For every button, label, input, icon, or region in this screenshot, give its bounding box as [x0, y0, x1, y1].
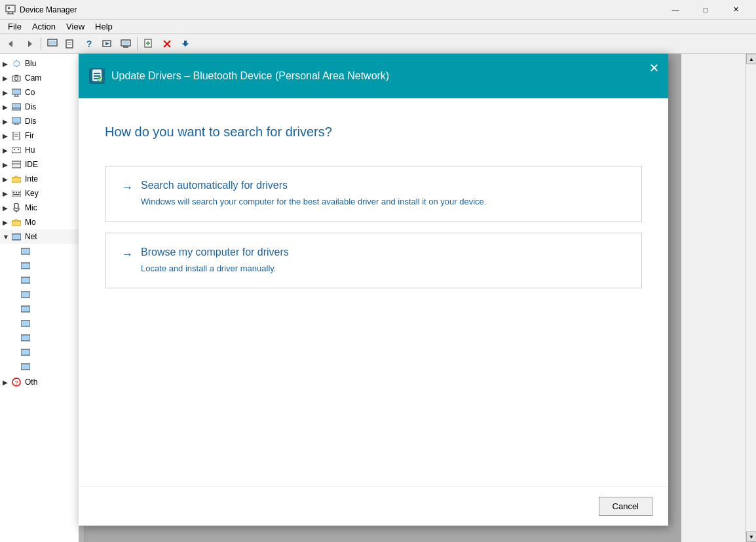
tree-item-hid[interactable]: ▶ Hu: [0, 143, 85, 157]
run-button[interactable]: [99, 36, 116, 52]
svg-rect-15: [123, 41, 129, 45]
minimize-button[interactable]: —: [660, 0, 690, 20]
expand-arrow: ▶: [3, 104, 10, 111]
computer-icon: [10, 87, 22, 98]
svg-rect-50: [13, 194, 20, 195]
maximize-button[interactable]: □: [690, 0, 721, 20]
tree-item-mic[interactable]: ▶ Mic: [0, 201, 85, 215]
tree-item-net-child-6[interactable]: [0, 316, 85, 330]
tree-item-net-child-1[interactable]: [0, 244, 85, 258]
dialog-close-button[interactable]: ✕: [645, 59, 663, 77]
item-label: Mic: [25, 203, 37, 212]
tree-item-other[interactable]: ▶ ? Oth: [0, 375, 85, 389]
main-area: ▶ ⬡ Blu ▶ Cam ▶ Co ▶ Dis ▶: [0, 54, 756, 542]
svg-rect-58: [21, 277, 30, 283]
toolbar: ?: [0, 34, 756, 54]
network-adapter-icon: [20, 361, 31, 372]
svg-marker-6: [28, 41, 32, 47]
expand-arrow: ▶: [3, 60, 10, 68]
svg-rect-43: [18, 149, 19, 150]
properties-button[interactable]: [44, 36, 61, 52]
properties2-button[interactable]: [62, 36, 79, 52]
tree-item-ide[interactable]: ▶ IDE: [0, 157, 85, 172]
bluetooth-icon: ⬡: [10, 58, 22, 69]
menu-view[interactable]: View: [61, 20, 90, 33]
svg-rect-70: [94, 78, 98, 79]
tree-item-net-child-7[interactable]: [0, 330, 85, 345]
tree-item-net-child-8[interactable]: [0, 345, 85, 359]
item-label: Dis: [25, 102, 36, 111]
option-title-1: Search automatically for drivers: [141, 180, 486, 191]
option-content-1: Search automatically for drivers Windows…: [141, 180, 486, 208]
update-drivers-dialog: Update Drivers – Bluetooth Device (Perso…: [79, 54, 668, 526]
help-button[interactable]: ?: [81, 36, 98, 52]
dialog-header: Update Drivers – Bluetooth Device (Perso…: [79, 54, 668, 98]
network-adapter-icon: [20, 347, 31, 357]
search-auto-option[interactable]: → Search automatically for drivers Windo…: [105, 166, 642, 222]
keyboard-icon: [10, 188, 22, 199]
svg-rect-28: [12, 89, 21, 94]
tree-item-net-child-4[interactable]: [0, 287, 85, 301]
svg-rect-63: [21, 349, 30, 355]
dialog-body: How do you want to search for drivers? →…: [79, 98, 668, 312]
tree-item-modems[interactable]: ▶ Mo: [0, 215, 85, 229]
item-label: Key: [25, 189, 39, 198]
svg-rect-8: [49, 41, 56, 45]
title-bar: Device Manager — □ ✕: [0, 0, 756, 20]
mic-icon: [10, 203, 22, 213]
svg-rect-27: [14, 75, 18, 76]
dialog-overlay: Update Drivers – Bluetooth Device (Perso…: [79, 54, 681, 542]
remove-device-button[interactable]: [159, 36, 176, 52]
tree-item-net-child-5[interactable]: [0, 301, 85, 316]
tree-item-intel[interactable]: ▶ Inte: [0, 172, 85, 186]
monitor-button[interactable]: [117, 36, 134, 52]
expand-arrow: ▶: [3, 132, 10, 140]
tree-item-bluetooth[interactable]: ▶ ⬡ Blu: [0, 56, 85, 71]
tree-item-camera[interactable]: ▶ Cam: [0, 71, 85, 85]
expand-arrow: ▶: [3, 147, 10, 154]
svg-marker-5: [9, 41, 12, 47]
cancel-button[interactable]: Cancel: [599, 497, 652, 516]
dialog-title: Update Drivers – Bluetooth Device (Perso…: [111, 70, 389, 82]
back-button[interactable]: [3, 36, 20, 52]
menu-file[interactable]: File: [3, 20, 27, 33]
hid-icon: [10, 145, 22, 155]
network-adapter-icon: [20, 260, 31, 271]
expand-arrow: ▶: [3, 219, 10, 226]
svg-rect-49: [18, 192, 20, 193]
scroll-up-button[interactable]: ▲: [746, 54, 756, 64]
close-button[interactable]: ✕: [721, 0, 751, 20]
tree-item-net-child-2[interactable]: [0, 258, 85, 273]
svg-rect-0: [6, 5, 15, 12]
update-driver-button[interactable]: [177, 36, 194, 52]
network-icon: [10, 231, 22, 242]
expand-arrow: ▶: [3, 161, 10, 168]
browse-manual-option[interactable]: → Browse my computer for drivers Locate …: [105, 233, 642, 289]
firmware-icon: [10, 130, 22, 141]
main-scrollbar[interactable]: ▲ ▼: [746, 54, 756, 542]
scroll-down-button[interactable]: ▼: [746, 532, 756, 542]
toolbar-separator-2: [137, 37, 138, 50]
option-description-2: Locate and install a driver manually.: [141, 262, 289, 275]
svg-marker-24: [182, 41, 189, 47]
svg-rect-53: [12, 234, 21, 240]
tree-item-net-child-3[interactable]: [0, 273, 85, 287]
tree-item-computer[interactable]: ▶ Co: [0, 85, 85, 100]
add-device-button[interactable]: [140, 36, 157, 52]
tree-item-keyboard[interactable]: ▶ Key: [0, 186, 85, 201]
menu-action[interactable]: Action: [27, 20, 61, 33]
tree-item-display[interactable]: ▶ Dis: [0, 114, 85, 128]
item-label: Fir: [25, 131, 34, 140]
forward-button[interactable]: [21, 36, 38, 52]
tree-item-disk[interactable]: ▶ Dis: [0, 100, 85, 114]
tree-item-firmware[interactable]: ▶ Fir: [0, 128, 85, 143]
item-label: Co: [25, 88, 35, 97]
svg-rect-57: [21, 263, 30, 269]
option-arrow-2: →: [121, 248, 133, 261]
network-adapter-icon: [20, 275, 31, 285]
svg-rect-42: [14, 149, 15, 150]
svg-point-26: [15, 77, 18, 81]
menu-help[interactable]: Help: [90, 20, 118, 33]
tree-item-network[interactable]: ▼ Net: [0, 229, 85, 244]
tree-item-net-child-9[interactable]: [0, 359, 85, 374]
